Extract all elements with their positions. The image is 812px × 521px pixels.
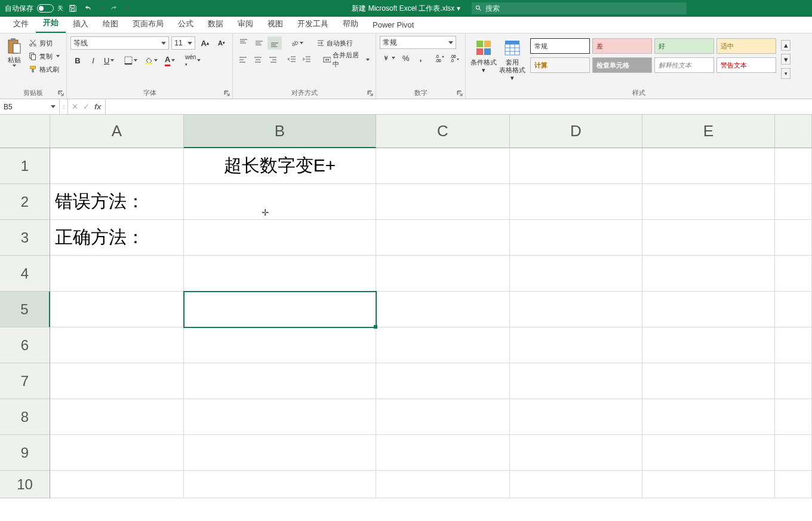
tab-file[interactable]: 文件 [6,15,36,33]
font-name-combo[interactable]: 等线 [70,36,169,50]
column-header-E[interactable]: E [642,115,775,148]
tab-help[interactable]: 帮助 [336,15,365,33]
cell-D2[interactable] [510,184,642,220]
style-neutral[interactable]: 适中 [716,38,776,54]
align-top-button[interactable] [236,36,251,50]
row-header-6[interactable]: 6 [0,327,50,363]
orientation-button[interactable]: ab [288,36,307,50]
accounting-format-button[interactable]: ￥ [380,51,398,65]
cell-B3[interactable] [184,220,376,256]
cell-B9[interactable] [184,435,376,471]
undo-button[interactable] [82,2,94,14]
cell-E7[interactable] [642,363,775,399]
name-box[interactable]: B5 [0,99,60,114]
cell-C7[interactable] [376,363,510,399]
column-header-C[interactable]: C [376,115,510,148]
save-icon[interactable] [67,2,79,14]
paste-button[interactable]: 粘贴 [4,36,25,75]
row-header-7[interactable]: 7 [0,363,50,399]
tab-view[interactable]: 视图 [260,15,290,33]
decrease-decimal-button[interactable]: .00.0 [448,51,462,65]
formula-input[interactable] [106,99,812,114]
format-painter-button[interactable]: 格式刷 [27,63,61,75]
row-header-2[interactable]: 2 [0,184,50,220]
align-left-button[interactable] [236,53,250,66]
cell-A4[interactable] [50,256,184,292]
align-middle-button[interactable] [252,36,266,50]
cell-D7[interactable] [510,363,642,399]
row-header-3[interactable]: 3 [0,220,50,256]
cell-C10[interactable] [376,471,510,498]
cell-D3[interactable] [510,220,642,256]
style-calculation[interactable]: 计算 [530,57,590,73]
style-normal[interactable]: 常规 [530,38,590,54]
qat-customize[interactable] [123,2,129,14]
style-explanatory[interactable]: 解释性文本 [654,57,714,73]
cell-A3[interactable]: 正确方法： [50,220,184,256]
cell-B10[interactable] [184,471,376,498]
row-header-9[interactable]: 9 [0,435,50,471]
styles-scroll-down[interactable]: ▾ [781,54,791,65]
alignment-dialog-launcher[interactable] [367,90,374,97]
font-size-combo[interactable]: 11 [171,36,195,50]
align-center-button[interactable] [251,53,265,66]
column-header-A[interactable]: A [50,115,184,148]
copy-button[interactable]: 复制 [27,50,61,62]
italic-button[interactable]: I [86,54,100,67]
cell-E2[interactable] [642,184,775,220]
fill-color-button[interactable] [142,54,161,67]
cell-E1[interactable] [642,148,775,184]
cell-D9[interactable] [510,435,642,471]
cell-E3[interactable] [642,220,775,256]
search-box[interactable] [472,2,687,14]
cell-A1[interactable] [50,148,184,184]
cell-B1[interactable]: 超长数字变E+ [184,148,376,184]
cell-C3[interactable] [376,220,510,256]
cell-E9[interactable] [642,435,775,471]
percent-button[interactable]: % [399,51,413,65]
comma-button[interactable]: , [414,51,427,65]
cancel-formula-button[interactable]: ✕ [72,102,78,111]
cell-B7[interactable] [184,363,376,399]
cell-A9[interactable] [50,435,184,471]
align-bottom-button[interactable] [267,36,282,50]
underline-button[interactable]: U [102,54,121,67]
styles-scroll-up[interactable]: ▴ [781,40,791,51]
cell-E8[interactable] [642,399,775,435]
cell-C2[interactable] [376,184,510,220]
cell-B4[interactable] [184,256,376,292]
cell-C4[interactable] [376,256,510,292]
style-good[interactable]: 好 [654,38,714,54]
merge-center-button[interactable]: 合并后居中 [321,53,372,66]
decrease-font-button[interactable]: A▾ [214,36,229,50]
cell-A10[interactable] [50,471,184,498]
name-box-expand[interactable]: ⋮ [60,99,68,114]
styles-more[interactable]: ▾ [781,68,791,79]
cut-button[interactable]: 剪切 [27,37,61,49]
cell-E4[interactable] [642,256,775,292]
row-header-5[interactable]: 5 [0,292,50,327]
redo-button[interactable] [107,2,119,14]
cell-C5[interactable] [376,292,510,327]
cell-D6[interactable] [510,327,642,363]
cell-D5[interactable] [510,292,642,327]
cell-A2[interactable]: 错误方法： [50,184,184,220]
cell-E5[interactable] [642,292,775,327]
phonetic-button[interactable]: wén▾ [183,54,202,67]
style-check-cell[interactable]: 检查单元格 [592,57,652,73]
row-header-8[interactable]: 8 [0,399,50,435]
tab-insert[interactable]: 插入 [66,15,96,33]
accept-formula-button[interactable]: ✓ [83,102,90,111]
font-dialog-launcher[interactable] [224,90,231,97]
clipboard-dialog-launcher[interactable] [58,90,65,97]
style-bad[interactable]: 差 [592,38,652,54]
cell-B8[interactable] [184,399,376,435]
cell-E10[interactable] [642,471,775,498]
tab-page-layout[interactable]: 页面布局 [125,15,171,33]
number-format-combo[interactable]: 常规 [380,36,456,49]
increase-decimal-button[interactable]: .0.00 [433,51,447,65]
cell-A7[interactable] [50,363,184,399]
column-header-D[interactable]: D [510,115,642,148]
row-header-1[interactable]: 1 [0,148,50,184]
cell-A5[interactable] [50,292,184,327]
